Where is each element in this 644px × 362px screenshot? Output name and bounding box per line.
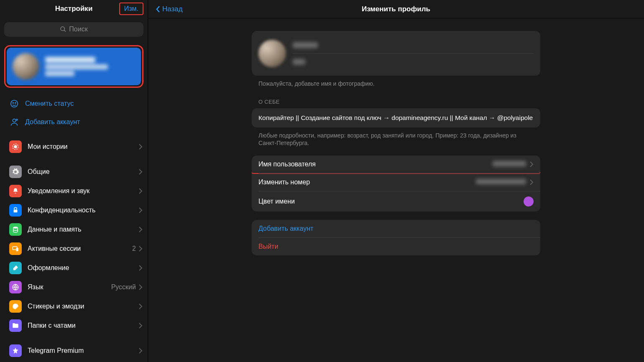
name-color-label: Цвет имени <box>258 198 524 205</box>
chevron-right-icon <box>138 265 143 271</box>
item-label: Данные и память <box>28 226 138 233</box>
add-account-label: Добавить аккаунт <box>258 225 313 232</box>
chevron-right-icon <box>138 245 143 252</box>
sidebar-title: Настройки <box>55 5 93 13</box>
change-status-label: Сменить статус <box>25 100 74 107</box>
add-user-icon <box>9 117 19 127</box>
highlight-edit: Изм. <box>119 3 143 15</box>
sidebar-item-stickers[interactable]: Стикеры и эмодзи <box>0 297 148 316</box>
last-name-input[interactable] <box>293 54 534 70</box>
sticker-icon <box>9 300 22 313</box>
database-icon <box>9 223 22 236</box>
gear-icon <box>9 166 22 178</box>
chevron-right-icon <box>138 226 143 233</box>
search-placeholder: Поиск <box>69 25 87 33</box>
item-label: Папки с чатами <box>28 322 138 329</box>
main-panel: Назад Изменить профиль Пожалуйста, добав… <box>148 0 644 362</box>
search-icon <box>60 26 66 33</box>
avatar <box>13 53 39 80</box>
phone-value-blurred <box>476 178 526 186</box>
chevron-left-icon <box>156 5 161 13</box>
profile-info-blurred <box>45 57 135 76</box>
sidebar-item-sessions[interactable]: Активные сессии 2 <box>0 239 148 258</box>
item-value: 2 <box>132 245 136 252</box>
item-label: Конфиденциальность <box>28 206 138 214</box>
svg-point-0 <box>11 100 18 107</box>
logout-row[interactable]: Выйти <box>252 238 540 255</box>
folder-icon <box>9 319 22 332</box>
svg-rect-9 <box>16 248 18 251</box>
add-account-label: Добавить аккаунт <box>25 118 80 126</box>
username-label: Имя пользователя <box>258 161 493 168</box>
stories-icon <box>9 140 22 153</box>
chevron-right-icon <box>529 161 534 168</box>
name-color-row[interactable]: Цвет имени <box>252 191 540 212</box>
svg-point-4 <box>14 145 17 148</box>
bio-input[interactable]: Копирайтер || Создание сайтов под ключ →… <box>252 108 540 127</box>
account-actions-card: Добавить аккаунт Выйти <box>252 220 540 255</box>
chevron-right-icon <box>529 179 534 186</box>
search-input[interactable]: Поиск <box>4 22 143 37</box>
change-status-button[interactable]: Сменить статус <box>0 94 148 113</box>
lock-icon <box>9 204 22 217</box>
svg-point-3 <box>13 119 15 122</box>
back-label: Назад <box>162 5 183 13</box>
logout-label: Выйти <box>258 243 278 250</box>
sidebar-item-premium[interactable]: Telegram Premium <box>0 341 148 360</box>
sidebar-item-appearance[interactable]: Оформление <box>0 258 148 278</box>
devices-icon <box>9 242 22 255</box>
chevron-right-icon <box>138 347 143 354</box>
chevron-right-icon <box>138 303 143 310</box>
chevron-right-icon <box>138 143 143 150</box>
sidebar-item-language[interactable]: Язык Русский <box>0 278 148 297</box>
edit-button[interactable]: Изм. <box>124 5 138 13</box>
emoji-status-icon <box>9 99 19 109</box>
main-body: Пожалуйста, добавьте имя и фотографию. О… <box>148 18 644 362</box>
settings-list: Мои истории Общие Уведомления и звук Кон… <box>0 135 148 362</box>
sidebar-item-folders[interactable]: Папки с чатами <box>0 316 148 335</box>
chevron-right-icon <box>138 207 143 214</box>
star-icon <box>9 344 22 357</box>
svg-point-1 <box>13 102 13 103</box>
account-settings-card: Имя пользователя Изменить номер Цвет име… <box>252 156 540 212</box>
item-label: Мои истории <box>28 143 138 150</box>
username-value-blurred <box>493 161 526 168</box>
globe-icon <box>9 281 22 293</box>
sidebar-item-data[interactable]: Данные и память <box>0 220 148 239</box>
username-row[interactable]: Имя пользователя <box>252 156 540 174</box>
add-account-button[interactable]: Добавить аккаунт <box>0 113 148 131</box>
about-section-title: О СЕБЕ <box>252 88 540 108</box>
name-hint: Пожалуйста, добавьте имя и фотографию. <box>252 76 540 88</box>
item-label: Telegram Premium <box>28 347 138 354</box>
brush-icon <box>9 262 22 274</box>
back-button[interactable]: Назад <box>148 5 190 13</box>
item-label: Общие <box>28 168 138 176</box>
item-label: Стикеры и эмодзи <box>28 303 138 310</box>
profile-card[interactable] <box>7 48 141 85</box>
bio-card: Копирайтер || Создание сайтов под ключ →… <box>252 108 540 127</box>
svg-point-7 <box>13 227 18 229</box>
chevron-right-icon <box>138 168 143 175</box>
chevron-right-icon <box>138 284 143 291</box>
svg-rect-6 <box>14 210 18 213</box>
chevron-right-icon <box>138 322 143 329</box>
sidebar-item-general[interactable]: Общие <box>0 162 148 181</box>
item-label: Язык <box>28 283 111 291</box>
sidebar: Настройки Изм. Поиск Сменить статус Доба… <box>0 0 148 362</box>
sidebar-item-privacy[interactable]: Конфиденциальность <box>0 201 148 220</box>
name-card <box>252 31 540 76</box>
bio-hint: Любые подробности, например: возраст, ро… <box>252 127 540 148</box>
first-name-input[interactable] <box>293 37 534 53</box>
name-color-swatch <box>524 196 534 206</box>
sidebar-item-notifications[interactable]: Уведомления и звук <box>0 181 148 201</box>
chevron-right-icon <box>138 188 143 194</box>
page-title: Изменить профиль <box>148 5 644 13</box>
phone-row[interactable]: Изменить номер <box>252 173 540 191</box>
add-account-row[interactable]: Добавить аккаунт <box>252 220 540 237</box>
sidebar-item-stories[interactable]: Мои истории <box>0 137 148 156</box>
highlight-profile <box>4 45 143 88</box>
item-value: Русский <box>111 283 136 291</box>
avatar[interactable] <box>258 40 286 67</box>
item-label: Оформление <box>28 264 138 272</box>
item-label: Активные сессии <box>28 245 132 252</box>
